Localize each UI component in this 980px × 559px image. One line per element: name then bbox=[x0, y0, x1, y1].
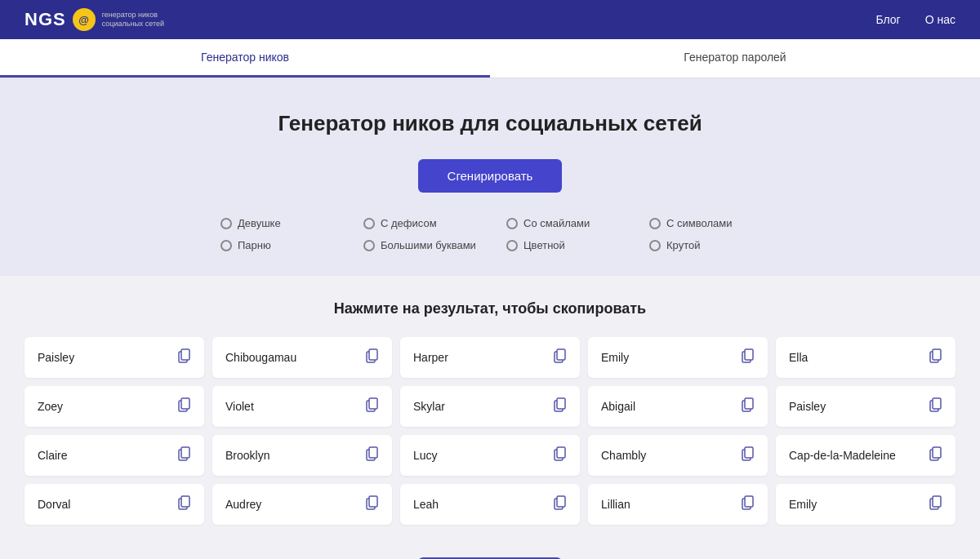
option-label-with-dash: С дефисом bbox=[381, 217, 437, 229]
copy-icon bbox=[366, 495, 379, 513]
result-name: Lucy bbox=[413, 449, 438, 462]
copy-icon bbox=[178, 348, 191, 366]
results-grid: Paisley Chibougamau Harper Emily Ella Zo… bbox=[24, 337, 956, 525]
option-with-dash[interactable]: С дефисом bbox=[347, 217, 490, 229]
result-name: Chibougamau bbox=[225, 351, 296, 364]
option-with-smileys[interactable]: Со смайлами bbox=[490, 217, 633, 229]
radio-cool[interactable] bbox=[649, 240, 661, 251]
result-card[interactable]: Emily bbox=[776, 484, 956, 525]
copy-icon bbox=[742, 495, 755, 513]
result-name: Claire bbox=[38, 449, 68, 462]
result-card[interactable]: Audrey bbox=[212, 484, 392, 525]
result-name: Cap-de-la-Madeleine bbox=[789, 449, 896, 462]
radio-colorful[interactable] bbox=[506, 240, 518, 251]
result-card[interactable]: Dorval bbox=[24, 484, 204, 525]
svg-rect-21 bbox=[181, 447, 189, 458]
result-name: Lillian bbox=[601, 498, 630, 511]
result-name: Skylar bbox=[413, 400, 445, 413]
svg-rect-31 bbox=[181, 496, 189, 507]
radio-uppercase[interactable] bbox=[363, 240, 375, 251]
copy-icon bbox=[554, 446, 567, 464]
option-label-with-smileys: Со смайлами bbox=[523, 217, 590, 229]
option-uppercase[interactable]: Большими буквами bbox=[347, 239, 490, 251]
result-name: Ella bbox=[789, 351, 808, 364]
result-card[interactable]: Violet bbox=[212, 386, 392, 427]
result-card[interactable]: Harper bbox=[400, 337, 580, 378]
options-grid: Девушке С дефисом Со смайлами С символам… bbox=[204, 217, 776, 251]
result-name: Emily bbox=[601, 351, 629, 364]
result-card[interactable]: Skylar bbox=[400, 386, 580, 427]
copy-icon bbox=[178, 495, 191, 513]
result-name: Paisley bbox=[38, 351, 74, 364]
result-card[interactable]: Claire bbox=[24, 435, 204, 476]
logo-text: NGS bbox=[24, 9, 66, 30]
result-card[interactable]: Paisley bbox=[776, 386, 956, 427]
result-card[interactable]: Leah bbox=[400, 484, 580, 525]
option-label-colorful: Цветной bbox=[523, 239, 565, 251]
result-card[interactable]: Paisley bbox=[24, 337, 204, 378]
radio-with-smileys[interactable] bbox=[506, 218, 518, 229]
logo-area: NGS @ генератор ников социальных сетей bbox=[24, 8, 167, 31]
option-cool[interactable]: Крутой bbox=[633, 239, 776, 251]
result-name: Leah bbox=[413, 498, 439, 511]
option-with-symbols[interactable]: С символами bbox=[633, 217, 776, 229]
copy-icon bbox=[178, 397, 191, 415]
result-name: Abigail bbox=[601, 400, 635, 413]
option-label-with-symbols: С символами bbox=[666, 217, 732, 229]
result-name: Paisley bbox=[789, 400, 826, 413]
radio-for-guy[interactable] bbox=[220, 240, 232, 251]
nav-links: Блог О нас bbox=[875, 13, 956, 26]
result-card[interactable]: Chibougamau bbox=[212, 337, 392, 378]
result-card[interactable]: Lucy bbox=[400, 435, 580, 476]
result-name: Dorval bbox=[38, 498, 70, 511]
copy-icon bbox=[178, 446, 191, 464]
hero-section: Генератор ников для социальных сетей Сге… bbox=[0, 78, 980, 276]
svg-rect-33 bbox=[369, 496, 377, 507]
results-title: Нажмите на результат, чтобы скопировать bbox=[24, 300, 956, 317]
nav-about[interactable]: О нас bbox=[925, 13, 956, 26]
radio-with-symbols[interactable] bbox=[649, 218, 661, 229]
result-name: Harper bbox=[413, 351, 448, 364]
option-label-for-guy: Парню bbox=[238, 239, 271, 251]
svg-rect-11 bbox=[181, 398, 189, 409]
svg-rect-29 bbox=[933, 447, 941, 458]
radio-for-girl[interactable] bbox=[220, 218, 232, 229]
result-card[interactable]: Ella bbox=[776, 337, 956, 378]
result-card[interactable]: Chambly bbox=[588, 435, 768, 476]
svg-rect-3 bbox=[369, 349, 377, 360]
bottom-btn-area: Сгенирировать bbox=[0, 541, 980, 559]
svg-rect-15 bbox=[557, 398, 565, 409]
svg-rect-5 bbox=[557, 349, 565, 360]
result-card[interactable]: Cap-de-la-Madeleine bbox=[776, 435, 956, 476]
radio-with-dash[interactable] bbox=[363, 218, 375, 229]
option-for-guy[interactable]: Парню bbox=[204, 239, 347, 251]
tab-passwords[interactable]: Генератор паролей bbox=[490, 39, 980, 78]
svg-rect-1 bbox=[181, 349, 189, 360]
option-label-for-girl: Девушке bbox=[238, 217, 281, 229]
option-colorful[interactable]: Цветной bbox=[490, 239, 633, 251]
generate-button-top[interactable]: Сгенирировать bbox=[418, 159, 563, 193]
tabs-bar: Генератор ников Генератор паролей bbox=[0, 39, 980, 78]
svg-rect-39 bbox=[933, 496, 941, 507]
copy-icon bbox=[742, 397, 755, 415]
result-name: Violet bbox=[225, 400, 254, 413]
result-card[interactable]: Abigail bbox=[588, 386, 768, 427]
copy-icon bbox=[366, 348, 379, 366]
result-card[interactable]: Brooklyn bbox=[212, 435, 392, 476]
option-label-cool: Крутой bbox=[666, 239, 700, 251]
svg-rect-7 bbox=[745, 349, 753, 360]
copy-icon bbox=[554, 495, 567, 513]
result-card[interactable]: Lillian bbox=[588, 484, 768, 525]
copy-icon bbox=[554, 397, 567, 415]
result-card[interactable]: Emily bbox=[588, 337, 768, 378]
tab-nicks[interactable]: Генератор ников bbox=[0, 39, 490, 78]
result-name: Brooklyn bbox=[225, 449, 270, 462]
copy-icon bbox=[366, 397, 379, 415]
copy-icon bbox=[929, 397, 942, 415]
svg-rect-37 bbox=[745, 496, 753, 507]
nav-blog[interactable]: Блог bbox=[875, 13, 900, 26]
result-card[interactable]: Zoey bbox=[24, 386, 204, 427]
option-for-girl[interactable]: Девушке bbox=[204, 217, 347, 229]
logo-subtitle: генератор ников социальных сетей bbox=[102, 11, 167, 29]
svg-rect-17 bbox=[745, 398, 753, 409]
